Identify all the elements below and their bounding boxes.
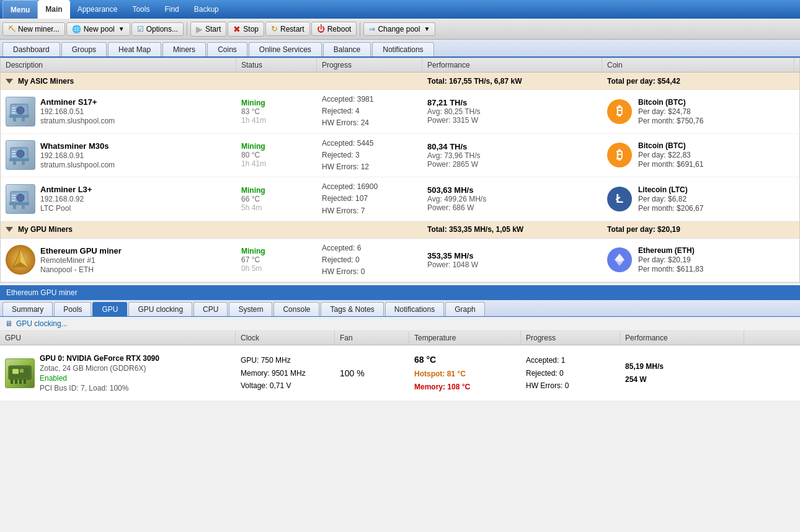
miner-name-0: Antminer S17+ [40,97,115,107]
menu-tab-backup[interactable]: Backup [187,0,226,19]
tab-heatmap[interactable]: Heat Map [108,42,161,56]
gpu-clocking-icon: 🖥 [5,319,12,328]
stop-icon: ✖ [233,24,241,34]
list-item[interactable]: GPU 0: NVIDIA GeForce RTX 3090 Zotac, 24… [0,345,800,401]
coin-logo-1: ₿ [607,143,632,167]
menu-tab-find[interactable]: Find [157,0,186,19]
subtab-system[interactable]: System [229,302,272,316]
table-row[interactable]: Whatsminer M30s 192.168.0.91 stratum.slu… [1,134,799,178]
miner-coin-1: ₿ Bitcoin (BTC) Per day: $22,83 Per mont… [602,138,794,172]
reboot-label: Reboot [327,25,352,33]
gpu-miner-pool-0: Nanopool - ETH [40,265,122,274]
asic-collapse-icon[interactable] [6,79,13,84]
tab-dashboard[interactable]: Dashboard [2,42,60,56]
gpu-clock-value-0: GPU: 750 MHz [241,354,330,366]
svg-rect-3 [13,118,16,122]
gpu-hw-errors-0: HW Errors: 0 [322,266,417,278]
table-row[interactable]: Ethereum GPU miner RemoteMiner #1 Nanopo… [1,239,799,283]
new-pool-button[interactable]: 🌐 New pool ▼ [66,22,130,36]
miner-pool-1: stratum.slushpool.com [40,161,115,169]
sub-tab-bar: Summary Pools GPU GPU clocking CPU Syste… [0,300,800,317]
subtab-gpu-clocking[interactable]: GPU clocking [128,302,192,316]
subtab-graph[interactable]: Graph [445,302,484,316]
svg-rect-1 [9,115,29,118]
miner-time-0: 1h 41m [241,116,312,125]
tab-groups[interactable]: Groups [61,42,107,56]
subtab-pools[interactable]: Pools [54,302,91,316]
start-button[interactable]: ▶ Start [190,22,226,37]
gpu-accepted-0: Accepted: 6 [322,242,417,254]
miner-temp-2: 66 °C [241,195,312,203]
svg-rect-4 [22,118,25,122]
menu-tab-menu[interactable]: Menu [2,0,38,19]
gpu-temp-memory-0: Memory: 108 °C [414,381,516,393]
miner-ip-2: 192.168.0.92 [40,195,92,203]
gpu-fan-0: 100 % [335,365,409,382]
coin-logo-2: Ł [607,187,632,211]
tab-balance[interactable]: Balance [323,42,371,56]
miner-icon-1 [6,140,35,170]
asic-group-title[interactable]: My ASIC Miners [1,74,236,89]
svg-point-2 [17,107,24,114]
miner-coin-0: ₿ Bitcoin (BTC) Per day: $24,78 Per mont… [602,94,794,129]
tab-miners[interactable]: Miners [162,42,206,56]
subtab-console[interactable]: Console [273,302,319,316]
gpu-clocking-label[interactable]: GPU clocking... [16,319,68,328]
asic-group-day: Total per day: $54,42 [602,74,794,89]
gpu-clocking-bar[interactable]: 🖥 GPU clocking... [0,317,800,331]
stop-button[interactable]: ✖ Stop [228,22,264,37]
perf-power-0: Power: 3315 W [427,116,597,125]
tab-online-services[interactable]: Online Services [249,42,322,56]
gpu-miner-icon-0 [6,245,35,275]
svg-rect-11 [13,161,16,165]
gpu-progress-0: Accepted: 1 Rejected: 0 HW Errors: 0 [521,350,620,396]
change-pool-button[interactable]: ⇒ Change pool ▼ [363,22,435,36]
main-table: Description Status Progress Performance … [0,58,800,283]
restart-button[interactable]: ↻ Restart [265,22,310,36]
rejected-1: Rejected: 3 [322,149,417,161]
subtab-cpu[interactable]: CPU [193,302,228,316]
gpu-section-header: Ethereum GPU miner [0,285,800,300]
miner-pool-0: stratum.slushpool.com [40,117,115,125]
reboot-button[interactable]: ⏻ Reboot [311,22,357,36]
miner-name-1: Whatsminer M30s [40,141,115,151]
miner-info-2: Antminer L3+ 192.168.0.92 LTC Pool [40,185,92,213]
new-pool-dropdown-arrow: ▼ [118,25,125,32]
gpu-miner-description-0: Ethereum GPU miner RemoteMiner #1 Nanopo… [1,241,236,278]
table-row[interactable]: Antminer L3+ 192.168.0.92 LTC Pool Minin… [1,177,799,221]
options-button[interactable]: ☑ Options... [131,22,184,36]
gpu-miner-status-0: Mining 67 °C 0h 5m [236,243,317,277]
menu-tab-main[interactable]: Main [38,0,69,19]
table-row[interactable]: Antminer S17+ 192.168.0.51 stratum.slush… [1,90,799,134]
menu-tab-tools[interactable]: Tools [125,0,157,19]
coin-logo-eth-0 [607,247,632,272]
subtab-notifications[interactable]: Notifications [385,302,444,316]
gpu-table-headers: GPU Clock Fan Temperature Progress Perfo… [0,331,800,345]
gpu-col-performance: Performance [620,331,744,345]
perf-main-1: 80,34 TH/s [427,142,597,151]
gpu-miner-perf-0: 353,35 MH/s Power: 1048 W [422,247,602,273]
miner-perf-1: 80,34 TH/s Avg: 73,96 TH/s Power: 2865 W [422,138,602,172]
gpu-temp-hotspot-0: Hotspot: 81 °C [414,368,516,380]
miner-icon-0 [6,97,35,126]
tab-coins[interactable]: Coins [207,42,247,56]
subtab-summary[interactable]: Summary [2,302,53,316]
mining-status-1: Mining [241,142,312,151]
gpu-collapse-icon[interactable] [6,227,13,232]
col-coin: Coin [602,58,794,72]
miner-progress-0: Accepted: 3981 Rejected: 4 HW Errors: 24 [317,90,422,133]
gpu-group-title[interactable]: My GPU Miners [1,222,236,237]
start-label: Start [205,25,221,33]
svg-rect-32 [20,369,24,373]
toolbar-separator-1 [187,22,187,36]
miner-description-2: Antminer L3+ 192.168.0.92 LTC Pool [1,180,236,218]
col-description: Description [1,58,236,72]
coin-month-1: Per month: $691,61 [638,160,703,169]
menu-tab-appearance[interactable]: Appearance [70,0,125,19]
subtab-gpu[interactable]: GPU [92,302,127,316]
tab-notifications[interactable]: Notifications [372,42,433,56]
svg-rect-19 [13,205,16,209]
new-miner-button[interactable]: ⛏ New miner... [2,22,65,36]
subtab-tags-notes[interactable]: Tags & Notes [321,302,383,316]
gpu-col-clock: Clock [236,331,335,345]
